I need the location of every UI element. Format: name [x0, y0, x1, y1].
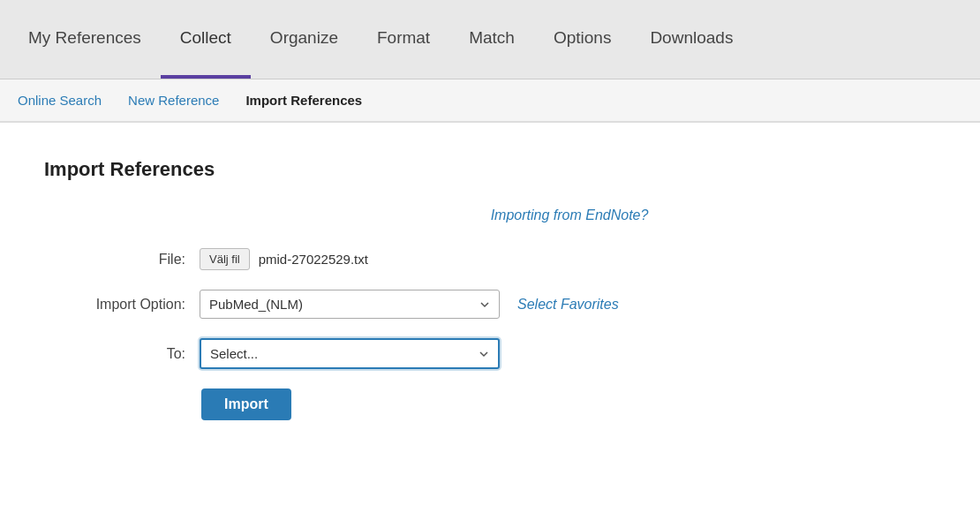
nav-item-match[interactable]: Match	[449, 0, 534, 79]
top-navigation: My References Collect Organize Format Ma…	[0, 0, 980, 79]
sub-navigation: Online Search New Reference Import Refer…	[0, 79, 980, 122]
file-name: pmid-27022529.txt	[259, 252, 368, 267]
choose-file-button[interactable]: Välj fil	[200, 248, 250, 270]
to-select[interactable]: Select...	[200, 338, 500, 369]
nav-item-format[interactable]: Format	[358, 0, 449, 79]
nav-item-organize[interactable]: Organize	[251, 0, 358, 79]
import-option-row: Import Option: PubMed_(NLM) RefMan RIS B…	[44, 290, 936, 319]
file-label: File:	[44, 252, 185, 268]
import-button[interactable]: Import	[201, 388, 291, 420]
nav-item-downloads[interactable]: Downloads	[630, 0, 752, 79]
page-title: Import References	[44, 158, 936, 181]
main-content: Import References Importing from EndNote…	[0, 122, 980, 528]
import-option-select[interactable]: PubMed_(NLM) RefMan RIS BibTeX Medline R…	[200, 290, 500, 319]
select-favorites-link[interactable]: Select Favorites	[517, 297, 619, 313]
nav-item-options[interactable]: Options	[534, 0, 630, 79]
import-button-row: Import	[44, 388, 936, 420]
nav-item-my-references[interactable]: My References	[9, 0, 161, 79]
subnav-import-references[interactable]: Import References	[245, 93, 362, 108]
to-row: To: Select...	[44, 338, 936, 369]
file-row: File: Välj fil pmid-27022529.txt	[44, 248, 936, 270]
endnote-link[interactable]: Importing from EndNote?	[203, 207, 936, 223]
subnav-new-reference[interactable]: New Reference	[128, 93, 219, 108]
subnav-online-search[interactable]: Online Search	[18, 93, 102, 108]
import-option-label: Import Option:	[44, 297, 185, 313]
file-area: Välj fil pmid-27022529.txt	[200, 248, 368, 270]
to-label: To:	[44, 346, 185, 362]
nav-item-collect[interactable]: Collect	[161, 0, 251, 79]
